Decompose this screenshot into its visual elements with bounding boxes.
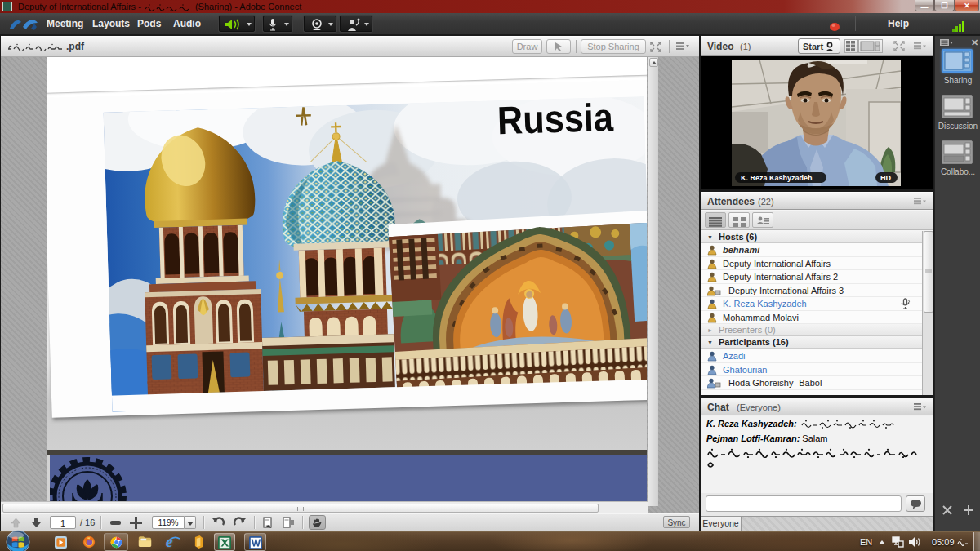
svg-text:K. Reza Kashyzadeh: K. Reza Kashyzadeh (741, 174, 813, 182)
svg-text:HD: HD (880, 174, 891, 182)
